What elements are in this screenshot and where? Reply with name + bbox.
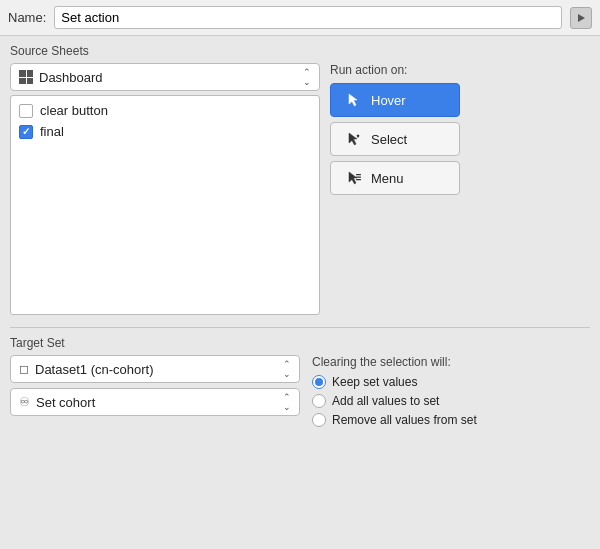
source-sheets-label: Source Sheets [10, 44, 590, 58]
checkbox-label-final: final [40, 124, 64, 139]
left-panel: Dashboard clear button final [10, 63, 320, 315]
dropdown-left: Dashboard [19, 70, 103, 85]
checkbox-label-clear: clear button [40, 103, 108, 118]
radio-add-all-btn[interactable] [312, 394, 326, 408]
list-item[interactable]: final [11, 121, 319, 142]
play-button[interactable] [570, 7, 592, 29]
hover-cursor-icon [345, 91, 363, 109]
svg-marker-0 [578, 14, 585, 22]
cohort-dropdown-left: ♾ Set cohort [19, 395, 95, 410]
run-action-label: Run action on: [330, 63, 460, 77]
cohort-label: Set cohort [36, 395, 95, 410]
right-panel: Run action on: Hover [330, 63, 460, 315]
divider [10, 327, 590, 328]
svg-rect-1 [356, 174, 361, 175]
select-label: Select [371, 132, 407, 147]
dashboard-label: Dashboard [39, 70, 103, 85]
dataset-icon: ◻ [19, 362, 29, 376]
name-label: Name: [8, 10, 46, 25]
name-input[interactable] [54, 6, 562, 29]
main-container: Name: Source Sheets [0, 0, 600, 442]
svg-rect-3 [356, 179, 361, 180]
play-icon [576, 13, 586, 23]
target-set-row: ◻ Dataset1 (cn-cohort) ♾ Set cohort [10, 355, 590, 432]
target-dropdowns: ◻ Dataset1 (cn-cohort) ♾ Set cohort [10, 355, 300, 416]
dashboard-dropdown[interactable]: Dashboard [10, 63, 320, 91]
radio-add-all[interactable]: Add all values to set [312, 394, 590, 408]
radio-remove-all-label: Remove all values from set [332, 413, 477, 427]
name-bar: Name: [0, 0, 600, 36]
cohort-dropdown[interactable]: ♾ Set cohort [10, 388, 300, 416]
clearing-section: Clearing the selection will: Keep set va… [312, 355, 590, 432]
menu-cursor-icon [345, 169, 363, 187]
grid-icon [19, 70, 33, 84]
link-icon: ♾ [19, 395, 30, 409]
hover-button[interactable]: Hover [330, 83, 460, 117]
radio-remove-all[interactable]: Remove all values from set [312, 413, 590, 427]
svg-rect-2 [356, 177, 361, 178]
dataset-dropdown[interactable]: ◻ Dataset1 (cn-cohort) [10, 355, 300, 383]
menu-label: Menu [371, 171, 404, 186]
radio-add-all-label: Add all values to set [332, 394, 439, 408]
dataset-dropdown-arrow [283, 360, 291, 379]
checkbox-list: clear button final [10, 95, 320, 315]
clearing-title: Clearing the selection will: [312, 355, 590, 369]
radio-keep-btn[interactable] [312, 375, 326, 389]
radio-keep[interactable]: Keep set values [312, 375, 590, 389]
dropdown-arrow-icon [303, 68, 311, 87]
target-set-label: Target Set [10, 336, 590, 350]
checkbox-clear-button[interactable] [19, 104, 33, 118]
radio-remove-all-btn[interactable] [312, 413, 326, 427]
hover-label: Hover [371, 93, 406, 108]
target-set-section: Target Set ◻ Dataset1 (cn-cohort) [10, 336, 590, 432]
select-button[interactable]: Select [330, 122, 460, 156]
source-sheets-area: Dashboard clear button final [10, 63, 590, 315]
radio-keep-label: Keep set values [332, 375, 417, 389]
select-cursor-icon [345, 130, 363, 148]
menu-button[interactable]: Menu [330, 161, 460, 195]
dataset-label: Dataset1 (cn-cohort) [35, 362, 154, 377]
checkbox-final[interactable] [19, 125, 33, 139]
cohort-dropdown-arrow [283, 393, 291, 412]
dataset-dropdown-left: ◻ Dataset1 (cn-cohort) [19, 362, 154, 377]
main-content: Source Sheets Dashboard [0, 36, 600, 442]
list-item[interactable]: clear button [11, 100, 319, 121]
